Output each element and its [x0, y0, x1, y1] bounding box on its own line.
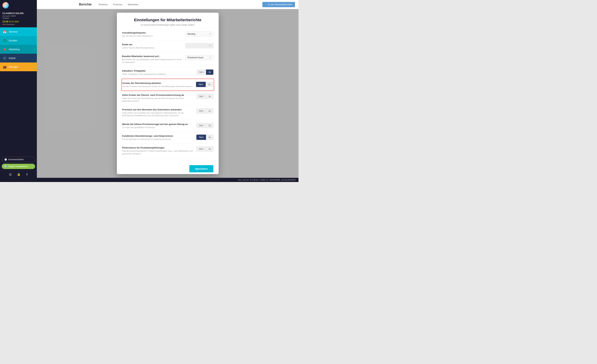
setting-ziehe-kosten: Ziehe Kosten der Dienstl. nach Provision…: [122, 91, 213, 105]
setting-label: Ziehe Kosten der Dienstl. nach Provision…: [122, 94, 193, 96]
ja-button[interactable]: Ja: [206, 82, 213, 87]
setting-info: Auszahlungsfrequenz Wie oft zahlst Du de…: [122, 32, 182, 37]
setting-label: Wende die höhere Provisionsregel auf den…: [122, 123, 193, 126]
sidebar-item-termine[interactable]: 📅 Termine: [0, 27, 37, 36]
chevron-down-icon: ▼: [209, 45, 211, 47]
modal-header: Einstellungen für Mitarbeiterberichte Du…: [117, 13, 219, 29]
endet-am-dropdown[interactable]: ▼: [185, 43, 213, 48]
setting-control: ▼: [185, 43, 213, 48]
sidebar-item-kunden[interactable]: 🎧 Kunden: [0, 36, 37, 45]
content-area: Einstellungen für Mitarbeiterberichte Du…: [37, 9, 298, 178]
tab-finanzen[interactable]: Finanzen: [113, 2, 122, 7]
sidebar-item-label: Kunden: [9, 39, 17, 42]
chevron-down-icon: ▼: [209, 56, 211, 58]
setting-control: Nein Ja: [196, 82, 213, 87]
download-icon[interactable]: ⬇: [26, 173, 28, 176]
support-text: Support: [2, 17, 34, 19]
hohere-provisionsregel-toggle: Nein Ja: [196, 123, 213, 128]
setting-control: Nein Ja: [196, 146, 213, 152]
nein-button[interactable]: Nein: [196, 82, 206, 87]
standard-berichte-button[interactable]: ← Zu den Standardberichten: [262, 2, 295, 7]
setting-desc: Fügt die Aufschlüsselung der Produkt-Emp…: [122, 150, 193, 155]
nein-button[interactable]: Nein: [196, 108, 206, 114]
lock-icon[interactable]: 🔒: [17, 173, 21, 176]
nein-button[interactable]: Nein: [196, 123, 206, 128]
nein-button[interactable]: Nein: [196, 94, 206, 99]
save-button[interactable]: Speichern: [189, 165, 213, 172]
support-kontaktieren-button[interactable]: 🔄 Support kontaktieren: [2, 164, 35, 169]
sidebar-item-kasse[interactable]: 🛒 Kasse: [0, 54, 37, 63]
setting-control: Nein Ja: [196, 123, 213, 128]
setting-desc: Zeige Zahlen auf Grundlage des ursprüngl…: [122, 112, 193, 117]
termine-icon: 📅: [3, 30, 7, 34]
marketing-icon: 📣: [3, 47, 7, 51]
ja-button[interactable]: Ja: [206, 94, 213, 99]
sidebar: CLAUDIA'S SALON Account: 23084 Support 1…: [0, 0, 37, 178]
nein-button[interactable]: Nein: [196, 135, 206, 140]
ja-button[interactable]: Ja: [206, 146, 213, 152]
setting-kosten-dienstleistung: Kosten der Dienstleistung abziehen Soll …: [121, 79, 214, 91]
setting-desc: Sollen die Kosten der Dienstleistung nac…: [122, 97, 193, 103]
setting-info: Kosten der Dienstleistung abziehen Soll …: [123, 82, 193, 88]
auszahlungsfrequenz-dropdown[interactable]: Monthly ▼: [185, 32, 213, 37]
app-logo: [2, 2, 9, 8]
setting-desc: Für die Nutzung von stufenweiser Provisi…: [122, 138, 193, 141]
setting-info: Inkludiere Trinkgelder Sollen Trinkgelde…: [122, 70, 193, 75]
setting-desc: Letzter Tag des Abrechnungszeitraum: [122, 47, 182, 49]
sidebar-item-label: Termine: [9, 30, 17, 33]
kommen-gehen-button[interactable]: 🕐 Kommen/Gehen: [2, 157, 35, 162]
setting-desc: Zu nutzen bei gestaffelten Provisionen: [122, 126, 193, 129]
nein-button[interactable]: Nein: [196, 70, 206, 75]
performance-produkte-toggle: Nein Ja: [196, 146, 213, 152]
ja-button[interactable]: Ja: [206, 70, 213, 75]
setting-label: Kosten der Dienstleistung abziehen: [123, 82, 193, 84]
sidebar-navigation: 📅 Termine 🎧 Kunden 📣 Marketing 🛒 Kasse 💼: [0, 27, 37, 155]
kombiniere-provision-toggle: Nein Ja: [196, 135, 213, 140]
page-title: Berichte: [79, 3, 92, 6]
setting-control: Nein Ja: [196, 70, 213, 75]
header-tabs: Einblicke Finanzen Mitarbeiter: [99, 2, 138, 7]
bezahle-mitarbeiter-dropdown[interactable]: Rostered Hours ▼: [185, 55, 213, 60]
setting-info: Wende die höhere Provisionsregel auf den…: [122, 123, 193, 129]
modal-overlay: Einstellungen für Mitarbeiterberichte Du…: [37, 9, 298, 178]
ja-button[interactable]: Ja: [206, 123, 213, 128]
ja-button[interactable]: Ja: [206, 135, 213, 140]
tab-einblicke[interactable]: Einblicke: [99, 2, 108, 7]
modal-title: Einstellungen für Mitarbeiterberichte: [124, 17, 212, 23]
ja-button[interactable]: Ja: [206, 108, 213, 114]
salon-name: CLAUDIA'S SALON: [2, 12, 34, 15]
setting-label: Kombiniere Dienstleistungs- und Aboprovi…: [122, 135, 193, 137]
no-user-label: Kein Benutzer: [2, 23, 34, 25]
status-bar: Key: null Ver: 8.4.58 Acc: 23084 JX: HAR…: [0, 178, 298, 182]
setting-auszahlungsfrequenz: Auszahlungsfrequenz Wie oft zahlst Du de…: [122, 29, 213, 40]
setting-label: Auszahlungsfrequenz: [122, 32, 182, 34]
sidebar-item-marketing[interactable]: 📣 Marketing: [0, 45, 37, 54]
tab-mitarbeiter[interactable]: Mitarbeiter: [128, 2, 138, 7]
setting-kombiniere-provision: Kombiniere Dienstleistungs- und Aboprovi…: [122, 132, 213, 143]
modal-subtitle: Du kannst diese Einstellungen später auc…: [124, 24, 212, 26]
setting-performance-produkte: Performance für Produktempfehlungen Fügt…: [122, 143, 213, 158]
sidebar-footer: ⏻ 🔒 ⬇: [0, 171, 37, 178]
sidebar-item-manager[interactable]: 💼 Manager: [0, 63, 37, 71]
nein-button[interactable]: Nein: [196, 146, 206, 152]
time-display: 11:23: [2, 20, 8, 23]
date-display: 02.07.2024: [9, 21, 19, 23]
setting-info: Bezahle Mitarbeiter basierend auf... Ber…: [122, 55, 182, 64]
setting-label: Bezahle Mitarbeiter basierend auf...: [122, 55, 182, 58]
refresh-icon: 🔄: [4, 165, 7, 168]
setting-info: Endet am Letzter Tag des Abrechnungszeit…: [122, 43, 182, 49]
power-icon[interactable]: ⏻: [9, 173, 12, 176]
sidebar-item-label: Marketing: [9, 48, 19, 51]
setting-label: Inkludiere Trinkgelder: [122, 70, 193, 72]
account-info-area: CLAUDIA'S SALON Account: 23084 Support 1…: [0, 10, 37, 27]
sidebar-item-label: Kasse: [9, 57, 16, 60]
top-bar: Berichte Einblicke Finanzen Mitarbeiter …: [37, 0, 298, 9]
manager-icon: 💼: [3, 65, 7, 69]
setting-control: Nein Ja: [196, 108, 213, 114]
setting-info: Kombiniere Dienstleistungs- und Aboprovi…: [122, 135, 193, 141]
setting-control: Monthly ▼: [185, 32, 213, 37]
kosten-dienstleistung-toggle: Nein Ja: [196, 82, 213, 87]
setting-label: Endet am: [122, 43, 182, 46]
setting-bezahle-mitarbeiter: Bezahle Mitarbeiter basierend auf... Ber…: [122, 52, 213, 67]
ziehe-kosten-toggle: Nein Ja: [196, 94, 213, 99]
